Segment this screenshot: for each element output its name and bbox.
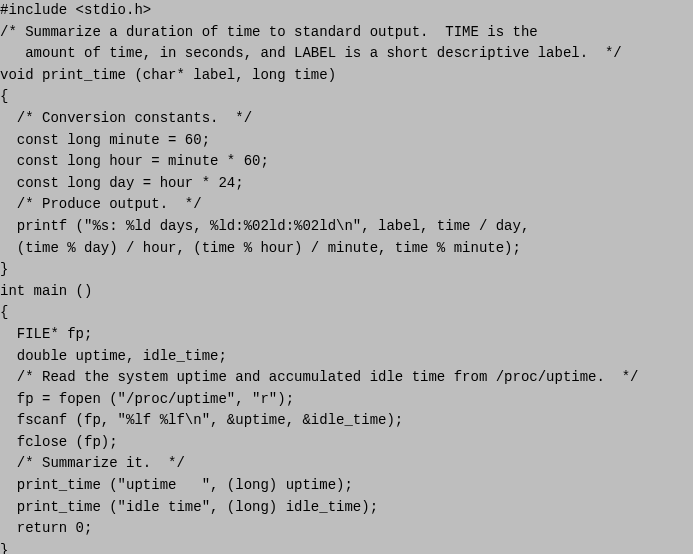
code-line: (time % day) / hour, (time % hour) / min… bbox=[0, 238, 693, 260]
code-line: FILE* fp; bbox=[0, 324, 693, 346]
code-block: #include <stdio.h> /* Summarize a durati… bbox=[0, 0, 693, 554]
code-line: /* Produce output. */ bbox=[0, 194, 693, 216]
code-line: printf ("%s: %ld days, %ld:%02ld:%02ld\n… bbox=[0, 216, 693, 238]
code-line: #include <stdio.h> bbox=[0, 0, 693, 22]
code-line: return 0; bbox=[0, 518, 693, 540]
code-line: print_time ("uptime ", (long) uptime); bbox=[0, 475, 693, 497]
code-line: } bbox=[0, 540, 693, 554]
code-line: const long day = hour * 24; bbox=[0, 173, 693, 195]
code-line: { bbox=[0, 86, 693, 108]
code-line: print_time ("idle time", (long) idle_tim… bbox=[0, 497, 693, 519]
code-line: void print_time (char* label, long time) bbox=[0, 65, 693, 87]
code-line: fscanf (fp, "%lf %lf\n", &uptime, &idle_… bbox=[0, 410, 693, 432]
code-line: const long minute = 60; bbox=[0, 130, 693, 152]
code-line: /* Summarize a duration of time to stand… bbox=[0, 22, 693, 44]
code-line: amount of time, in seconds, and LABEL is… bbox=[0, 43, 693, 65]
code-line: fclose (fp); bbox=[0, 432, 693, 454]
code-line: /* Conversion constants. */ bbox=[0, 108, 693, 130]
code-line: int main () bbox=[0, 281, 693, 303]
code-line: /* Read the system uptime and accumulate… bbox=[0, 367, 693, 389]
code-line: fp = fopen ("/proc/uptime", "r"); bbox=[0, 389, 693, 411]
code-line: } bbox=[0, 259, 693, 281]
code-line: double uptime, idle_time; bbox=[0, 346, 693, 368]
code-line: { bbox=[0, 302, 693, 324]
code-line: const long hour = minute * 60; bbox=[0, 151, 693, 173]
code-line: /* Summarize it. */ bbox=[0, 453, 693, 475]
